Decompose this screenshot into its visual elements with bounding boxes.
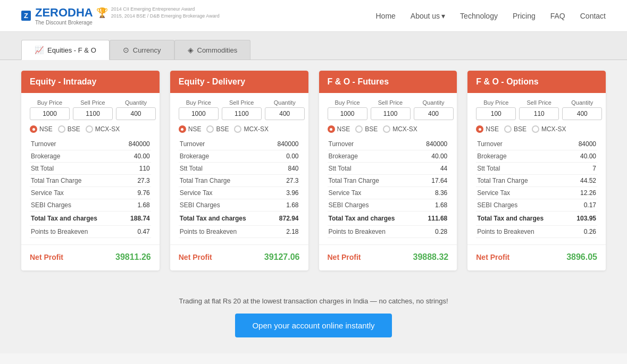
row-value-1-1: 0.00 (269, 150, 300, 163)
radio-bse-2[interactable]: BSE (355, 125, 378, 133)
radio-dot-0-0 (30, 125, 37, 133)
row-value-4-2: 8.36 (417, 187, 448, 199)
net-profit-label-0: Net Profit (30, 253, 63, 261)
card-title-0: Equity - Intraday (21, 71, 160, 93)
input-buy_price-2[interactable] (328, 107, 367, 120)
radio-bse-0[interactable]: BSE (58, 125, 80, 133)
tab-commodities[interactable]: ◈ Commodities (174, 40, 251, 60)
radio-bse-1[interactable]: BSE (206, 125, 229, 133)
input-col-quantity-1: Quantity (265, 99, 305, 120)
logo-area: Z ZERODHA 🏆 2014 CII Emerging Entreprene… (21, 6, 220, 26)
row-label-0-0: Turnover (30, 138, 120, 150)
row-label-5-3: SEBI Charges (476, 199, 568, 211)
radio-label-2-2: MCX-SX (392, 125, 417, 133)
radio-nse-0[interactable]: NSE (30, 125, 53, 133)
footer-section: Trading at flat Rs 20 at the lowest tran… (0, 286, 627, 353)
row-value-1-3: 40.00 (568, 150, 597, 163)
table-row-4-0: Service Tax9.76 (30, 187, 151, 199)
radio-label-2-1: MCX-SX (244, 125, 269, 133)
table-row-1-1: Brokerage0.00 (179, 150, 300, 163)
label-buy_price-0: Buy Price (37, 99, 62, 106)
table-row-3-0: Total Tran Charge27.3 (30, 175, 151, 187)
input-quantity-2[interactable] (414, 107, 454, 120)
label-buy_price-3: Buy Price (483, 99, 508, 106)
table-row-1-0: Brokerage40.00 (30, 150, 151, 163)
radio-mcxsx-3[interactable]: MCX-SX (532, 125, 566, 133)
nav-home[interactable]: Home (375, 12, 395, 20)
input-buy_price-1[interactable] (179, 107, 219, 120)
input-sell_price-0[interactable] (73, 107, 113, 120)
radio-nse-2[interactable]: NSE (328, 125, 350, 133)
input-quantity-3[interactable] (562, 107, 602, 120)
main-content: Equity - IntradayBuy PriceSell PriceQuan… (0, 60, 627, 286)
label-sell_price-3: Sell Price (527, 99, 551, 106)
input-col-quantity-0: Quantity (116, 99, 156, 120)
card-title-3: F & O - Options (467, 71, 606, 93)
table-row-7-1: Points to Breakeven2.18 (179, 226, 300, 238)
card-title-1: Equity - Delivery (170, 71, 308, 93)
row-label-2-0: Stt Total (30, 163, 120, 175)
card-title-2: F & O - Futures (319, 71, 457, 93)
row-value-6-3: 103.95 (568, 211, 597, 226)
row-value-3-2: 17.64 (417, 175, 448, 187)
data-table-0: Turnover840000Brokerage40.00Stt Total110… (30, 138, 151, 238)
tab-currency-label: Currency (133, 46, 161, 54)
radio-bse-3[interactable]: BSE (504, 125, 526, 133)
radio-dot-1-2 (355, 125, 363, 133)
table-row-0-2: Turnover840000 (328, 138, 449, 150)
radio-label-1-3: BSE (514, 125, 526, 133)
net-profit-value-0: 39811.26 (115, 252, 151, 262)
radio-dot-1-3 (504, 125, 512, 133)
row-value-2-0: 110 (120, 163, 151, 175)
radio-dot-2-0 (86, 125, 93, 133)
radio-mcxsx-0[interactable]: MCX-SX (86, 125, 120, 133)
label-quantity-2: Quantity (423, 99, 445, 106)
footer-tagline: Trading at flat Rs 20 at the lowest tran… (21, 297, 606, 305)
input-sell_price-2[interactable] (371, 107, 411, 120)
nav-contact[interactable]: Contact (580, 12, 606, 20)
row-value-2-3: 7 (568, 163, 597, 175)
card-body-2: Buy PriceSell PriceQuantityNSEBSEMCX-SXT… (319, 93, 457, 244)
trophy-icon: 🏆 (96, 7, 108, 19)
input-sell_price-3[interactable] (519, 107, 559, 120)
layers-icon: ◈ (188, 46, 194, 54)
row-label-7-1: Points to Breakeven (179, 226, 269, 238)
data-table-3: Turnover84000Brokerage40.00Stt Total7Tot… (476, 138, 597, 238)
chart-icon: 📈 (35, 46, 44, 54)
radio-nse-1[interactable]: NSE (179, 125, 202, 133)
nav-pricing[interactable]: Pricing (513, 12, 536, 20)
tab-currency[interactable]: ⊙ Currency (110, 40, 174, 60)
input-row-3: Buy PriceSell PriceQuantity (476, 99, 597, 120)
input-quantity-1[interactable] (265, 107, 305, 120)
input-col-quantity-3: Quantity (562, 99, 602, 120)
cta-button[interactable]: Open your account online instantly (235, 314, 391, 337)
radio-dot-0-3 (476, 125, 483, 133)
net-profit-row-2: Net Profit39888.32 (319, 244, 457, 270)
table-row-1-3: Brokerage40.00 (476, 150, 597, 163)
input-sell_price-1[interactable] (222, 107, 262, 120)
row-label-1-2: Brokerage (328, 150, 418, 163)
nav-about[interactable]: About us ▾ (411, 12, 445, 20)
row-value-0-3: 84000 (568, 138, 597, 150)
row-label-3-2: Total Tran Charge (328, 175, 418, 187)
table-row-4-2: Service Tax8.36 (328, 187, 449, 199)
row-value-7-0: 0.47 (120, 226, 151, 238)
radio-dot-0-2 (328, 125, 335, 133)
input-buy_price-0[interactable] (30, 107, 70, 120)
radio-dot-2-2 (383, 125, 390, 133)
input-quantity-0[interactable] (116, 107, 156, 120)
tabs-list: 📈 Equities - F & O ⊙ Currency ◈ Commodit… (21, 40, 606, 60)
row-value-5-0: 1.68 (120, 199, 151, 211)
tab-equities[interactable]: 📈 Equities - F & O (21, 40, 110, 60)
nav-faq[interactable]: FAQ (550, 12, 565, 20)
nav-technology[interactable]: Technology (460, 12, 498, 20)
input-row-1: Buy PriceSell PriceQuantity (179, 99, 300, 120)
radio-nse-3[interactable]: NSE (476, 125, 499, 133)
row-value-1-0: 40.00 (120, 150, 151, 163)
radio-mcxsx-1[interactable]: MCX-SX (234, 125, 269, 133)
radio-mcxsx-2[interactable]: MCX-SX (383, 125, 417, 133)
input-buy_price-3[interactable] (476, 107, 516, 120)
radio-label-1-0: BSE (68, 125, 80, 133)
row-label-6-3: Total Tax and charges (476, 211, 568, 226)
card-body-0: Buy PriceSell PriceQuantityNSEBSEMCX-SXT… (21, 93, 160, 244)
